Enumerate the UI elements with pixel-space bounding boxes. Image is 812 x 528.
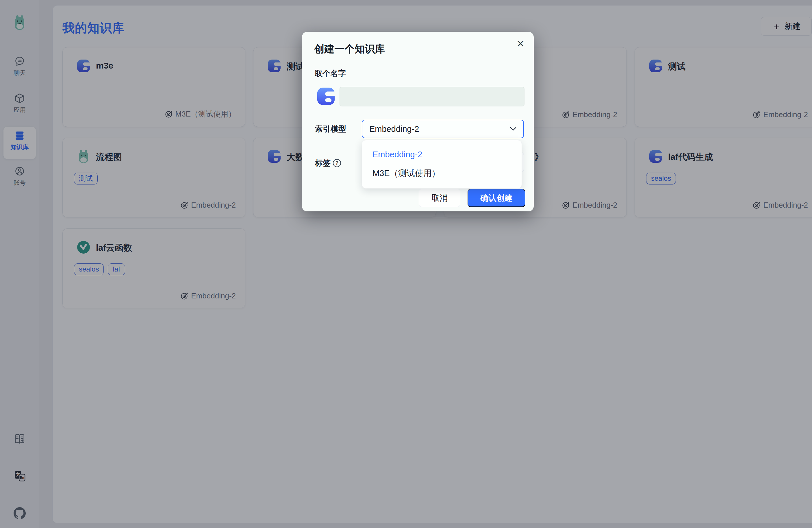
index-model-value: Embedding-2 [369,124,419,134]
cancel-button[interactable]: 取消 [419,189,460,207]
help-question-icon[interactable]: ? [333,159,341,167]
name-field-label: 取个名字 [315,68,346,79]
model-field-label: 索引模型 [315,124,346,134]
index-model-select[interactable]: Embedding-2 [362,120,524,138]
close-icon[interactable]: ✕ [517,39,525,48]
dropdown-option-embedding-2[interactable]: Embedding-2 [362,145,522,164]
kb-avatar-picker[interactable] [316,87,335,106]
tags-field-label: 标签 ? [315,158,341,168]
create-kb-modal: 创建一个知识库 ✕ 取个名字 索引模型 Embedding-2 标签 ? Emb… [302,32,534,211]
index-model-dropdown-menu: Embedding-2 M3E（测试使用） [362,140,522,188]
confirm-create-button[interactable]: 确认创建 [467,189,525,207]
dropdown-option-m3e[interactable]: M3E（测试使用） [362,164,522,183]
tags-field-label-text: 标签 [315,158,331,168]
modal-title: 创建一个知识库 [314,42,385,56]
kb-name-input[interactable] [339,87,524,106]
chevron-down-icon [510,127,517,131]
